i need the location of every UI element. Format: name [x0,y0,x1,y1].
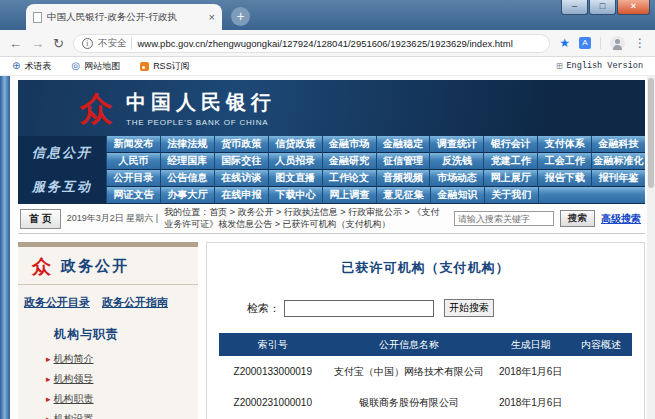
home-button[interactable]: 首 页 [20,209,61,229]
retrieve-input[interactable] [284,300,434,317]
table-header-cell: 公开信息名称 [326,338,491,352]
sidebar-item[interactable]: ▸机构领导 [46,369,198,389]
retrieve-label: 检索： [247,301,280,316]
info-icon[interactable]: i [82,38,93,49]
breadcrumb[interactable]: 我的位置：首页 > 政务公开 > 行政执法信息 > 行政审批公示 > 《支付业务… [164,207,448,230]
sidebar-section-heading: 机构与职责 [54,326,198,343]
nav-item[interactable]: 金融标准化 [591,153,645,170]
nav-filler [538,187,645,204]
window-minimize-button[interactable]: – [561,0,588,15]
bookmark-rss[interactable]: RSS订阅 [140,60,190,73]
nav-item[interactable]: 人民币 [106,153,160,170]
nav-item[interactable]: 金融研究 [322,153,376,170]
nav-item[interactable]: 国际交往 [214,153,268,170]
advanced-search-link[interactable]: 高级搜索 [601,212,641,226]
tab-close-icon[interactable]: × [209,11,215,23]
bullet-icon: ▸ [46,354,51,364]
nav-item[interactable]: 下载中心 [268,187,322,204]
bookmark-star-icon[interactable]: ★ [559,36,570,50]
pbc-page: 众 中国人民银行 THE PEOPLE'S BANK OF CHINA 信息公开… [18,80,645,419]
nav-row: 公开目录公告信息在线访谈图文直播工作论文音频视频市场动态网上展厅报告下载报刊年鉴 [106,170,645,187]
nav-item[interactable]: 工会工作 [537,153,591,170]
table-row[interactable]: Z2000231000010银联商务股份有限公司2018年1月6日 [219,387,632,418]
nav-item[interactable]: 人员招录 [268,153,322,170]
page-viewport: 众 中国人民银行 THE PEOPLE'S BANK OF CHINA 信息公开… [0,76,655,419]
nav-item[interactable]: 支付体系 [537,136,591,153]
glossary-icon: ⊕ [12,61,20,71]
nav-section-label[interactable]: 服务互动 [18,170,106,204]
nav-item[interactable]: 音频视频 [376,170,430,187]
nav-item[interactable]: 工作论文 [322,170,376,187]
nav-item[interactable]: 金融稳定 [376,136,430,153]
nav-section-label[interactable]: 信息公开 [18,136,106,170]
translate-icon[interactable]: A [579,37,591,49]
back-icon[interactable]: ← [9,37,22,50]
sidebar-link[interactable]: 政务公开指南 [102,295,168,310]
nav-item[interactable]: 办事大厅 [160,187,214,204]
nav-item[interactable]: 报刊年鉴 [591,170,645,187]
profile-avatar-icon[interactable] [610,36,625,51]
sidebar-sections: 机构与职责▸机构简介▸机构领导▸机构职责▸机构设置法规政策▸法律法规 [18,326,198,419]
nav-item[interactable]: 党建工作 [483,153,537,170]
nav-item[interactable]: 在线申报 [214,187,268,204]
nav-item[interactable]: 网上调查 [322,187,376,204]
nav-item[interactable]: 法律法规 [160,136,214,153]
retrieve-search-button[interactable]: 开始搜索 [444,299,494,317]
sidebar-item[interactable]: ▸机构设置 [46,409,198,419]
table-cell: Z2000133000019 [219,366,326,377]
nav-item[interactable]: 反洗钱 [429,153,483,170]
url-text[interactable]: www.pbc.gov.cn/zhengwugongkai/127924/128… [137,38,512,49]
main-nav: 信息公开新闻发布法律法规货币政策信贷政策金融市场金融稳定调查统计银行会计支付体系… [18,136,645,204]
table-cell: 2018年1月6日 [492,365,570,379]
nav-item[interactable]: 金融市场 [322,136,376,153]
nav-item[interactable]: 在线访谈 [214,170,268,187]
nav-item[interactable]: 信贷政策 [268,136,322,153]
english-version-link[interactable]: ⊞ English Version [556,60,643,72]
nav-item[interactable]: 报告下载 [537,170,591,187]
sidebar-item[interactable]: ▸机构简介 [46,349,198,369]
nav-item[interactable]: 新闻发布 [106,136,160,153]
scrollbar-thumb[interactable] [648,78,654,188]
bookmark-glossary[interactable]: ⊕ 术语表 [12,60,51,73]
browser-tab[interactable]: 中国人民银行-政务公开-行政执 × [26,4,222,30]
nav-item[interactable]: 公告信息 [160,170,214,187]
nav-item[interactable]: 金融知识 [430,187,484,204]
sitemap-icon: ◎ [71,61,80,71]
forward-icon[interactable]: → [31,37,44,50]
table-header-row: 索引号公开信息名称生成日期内容概述 [219,333,632,356]
nav-item[interactable]: 网证文告 [106,187,160,204]
page-scrollbar[interactable] [647,76,655,419]
nav-row: 新闻发布法律法规货币政策信贷政策金融市场金融稳定调查统计银行会计支付体系金融科技 [106,136,645,153]
table-cell: Z2000231000010 [219,397,326,408]
browser-menu-icon[interactable]: ⋮ [634,36,646,50]
nav-item[interactable]: 市场动态 [429,170,483,187]
nav-item[interactable]: 图文直播 [268,170,322,187]
site-search-button[interactable]: 搜索 [560,210,595,227]
table-header-cell: 生成日期 [492,338,570,352]
window-maximize-button[interactable]: □ [589,0,616,15]
sidebar-link[interactable]: 政务公开目录 [24,295,90,310]
table-row[interactable]: Z2000133000019支付宝（中国）网络技术有限公司2018年1月6日 [219,356,632,387]
nav-item[interactable]: 意见征集 [376,187,430,204]
sidebar-item[interactable]: ▸机构职责 [46,389,198,409]
nav-item[interactable]: 网上展厅 [483,170,537,187]
bookmark-sitemap[interactable]: ◎ 网站地图 [71,60,120,73]
nav-item[interactable]: 公开目录 [106,170,160,187]
nav-item[interactable]: 关于我们 [484,187,538,204]
nav-item[interactable]: 金融科技 [591,136,645,153]
nav-item[interactable]: 银行会计 [483,136,537,153]
nav-item[interactable]: 调查统计 [429,136,483,153]
toolbar-divider [600,37,601,49]
nav-item[interactable]: 征信管理 [376,153,430,170]
table-header-cell: 索引号 [219,338,326,352]
new-tab-button[interactable]: + [231,7,250,26]
sidebar-item-label: 机构设置 [54,413,94,419]
page-title: 已获许可机构（支付机构） [217,259,634,277]
site-search-input[interactable] [454,211,554,226]
omnibox[interactable]: i 不安全 www.pbc.gov.cn/zhengwugongkai/1279… [73,34,550,53]
window-close-button[interactable]: × [617,0,650,15]
bank-name-en: THE PEOPLE'S BANK OF CHINA [126,118,276,127]
reload-icon[interactable]: ↻ [53,37,64,50]
nav-item[interactable]: 经理国库 [160,153,214,170]
nav-item[interactable]: 货币政策 [214,136,268,153]
